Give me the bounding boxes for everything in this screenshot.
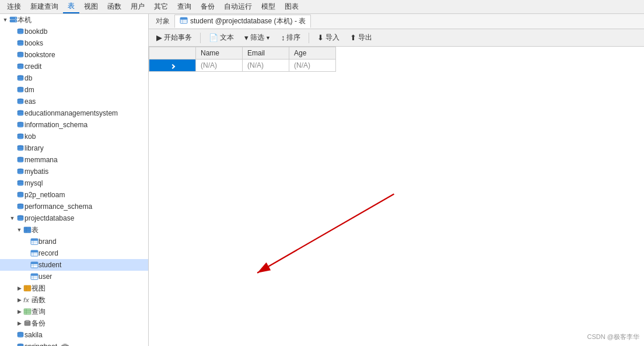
expand-icon bbox=[23, 274, 29, 279]
menu-function[interactable]: 函数 bbox=[103, 1, 126, 13]
expand-icon bbox=[23, 239, 29, 244]
tab-table-icon bbox=[180, 17, 188, 26]
sidebar-table-user[interactable]: user bbox=[0, 271, 148, 282]
text-button[interactable]: 📄 文本 bbox=[205, 31, 238, 44]
sidebar-queries-group[interactable]: ▶ 查询 bbox=[0, 306, 148, 317]
svg-rect-55 bbox=[24, 227, 31, 233]
import-button[interactable]: ⬇ 导入 bbox=[313, 31, 344, 44]
sidebar-item-infoschema[interactable]: information_schema bbox=[0, 119, 148, 131]
svg-rect-65 bbox=[31, 250, 38, 253]
svg-point-51 bbox=[18, 207, 23, 209]
sidebar-item-db[interactable]: db bbox=[0, 72, 148, 84]
db-name: books bbox=[24, 39, 43, 47]
table-name: user bbox=[38, 272, 52, 281]
svg-rect-70 bbox=[31, 262, 38, 264]
sort-button[interactable]: ↕ 排序 bbox=[277, 31, 305, 44]
svg-rect-79 bbox=[24, 285, 31, 291]
sidebar-item-credit[interactable]: credit bbox=[0, 61, 148, 72]
db-icon bbox=[16, 51, 24, 58]
start-transaction-button[interactable]: ▶ 开始事务 bbox=[152, 31, 196, 44]
backup-icon bbox=[23, 320, 32, 327]
start-transaction-label: 开始事务 bbox=[164, 33, 192, 43]
sidebar-backup-group[interactable]: ▶ 备份 bbox=[0, 317, 148, 329]
db-name: dm bbox=[24, 86, 34, 94]
sidebar-item-perfschema[interactable]: performance_schema bbox=[0, 201, 148, 212]
sidebar-item-eas[interactable]: eas bbox=[0, 96, 148, 107]
sidebar-item-books[interactable]: books bbox=[0, 37, 148, 49]
menu-autorun[interactable]: 自动运行 bbox=[219, 1, 257, 13]
sidebar-item-springboot[interactable]: springboot_db bbox=[0, 341, 148, 346]
sidebar-item-bookdb[interactable]: bookdb bbox=[0, 26, 148, 37]
sidebar-root[interactable]: ▼ 本机 bbox=[0, 14, 148, 26]
sidebar-item-bookstore[interactable]: bookstore bbox=[0, 49, 148, 61]
sidebar: ▼ 本机 bookdb bbox=[0, 14, 149, 346]
menu-backup[interactable]: 备份 bbox=[196, 1, 219, 13]
sidebar-item-dm[interactable]: dm bbox=[0, 84, 148, 96]
sidebar-views-group[interactable]: ▶ 视图 bbox=[0, 282, 148, 294]
db-name: projectdatabase bbox=[24, 214, 74, 222]
expand-icon bbox=[9, 332, 15, 338]
menu-view[interactable]: 视图 bbox=[79, 1, 103, 13]
menu-connect[interactable]: 连接 bbox=[2, 1, 26, 13]
col-header-email[interactable]: Email bbox=[243, 47, 289, 60]
data-table: Name Email Age (N/A) (N/A) (N/A) bbox=[149, 47, 336, 72]
svg-point-15 bbox=[18, 67, 23, 69]
expand-icon bbox=[9, 344, 15, 346]
expand-icon bbox=[9, 134, 15, 139]
menu-new-query[interactable]: 新建查询 bbox=[26, 1, 63, 13]
export-button[interactable]: ⬆ 导出 bbox=[346, 31, 376, 44]
table-name: student bbox=[38, 261, 61, 269]
sidebar-table-student[interactable]: student bbox=[0, 259, 148, 271]
sidebar-table-record[interactable]: record bbox=[0, 247, 148, 259]
svg-point-54 bbox=[18, 219, 23, 221]
tab-student[interactable]: student @projectdatabase (本机) - 表 bbox=[174, 15, 311, 28]
menu-model[interactable]: 模型 bbox=[257, 1, 280, 13]
db-name: library bbox=[24, 144, 44, 152]
cell-age[interactable]: (N/A) bbox=[289, 60, 336, 72]
tab-objects[interactable]: 对象 bbox=[151, 15, 174, 27]
cell-name[interactable]: (N/A) bbox=[196, 60, 243, 72]
main-container: ▼ 本机 bookdb bbox=[0, 14, 644, 346]
table-row: (N/A) (N/A) (N/A) bbox=[149, 60, 336, 72]
sidebar-item-library[interactable]: library bbox=[0, 142, 148, 154]
db-name: bookstore bbox=[24, 51, 55, 59]
db-name: credit bbox=[24, 62, 41, 71]
sidebar-item-ems[interactable]: educationmanagementsystem bbox=[0, 107, 148, 119]
menu-other[interactable]: 其它 bbox=[149, 1, 173, 13]
sidebar-item-mybatis[interactable]: mybatis bbox=[0, 166, 148, 177]
toolbar: ▶ 开始事务 📄 文本 ▾ 筛选 ▼ ↕ 排序 ⬇ 导入 bbox=[149, 29, 644, 47]
cell-email[interactable]: (N/A) bbox=[243, 60, 289, 72]
col-header-name[interactable]: Name bbox=[196, 47, 243, 60]
text-label: 文本 bbox=[220, 33, 234, 43]
import-icon: ⬇ bbox=[317, 33, 324, 42]
menu-table[interactable]: 表 bbox=[63, 0, 79, 13]
sidebar-item-mysql[interactable]: mysql bbox=[0, 177, 148, 189]
sidebar-item-sakila[interactable]: sakila bbox=[0, 329, 148, 341]
menu-query[interactable]: 查询 bbox=[173, 1, 196, 13]
filter-button[interactable]: ▾ 筛选 ▼ bbox=[240, 31, 275, 44]
sort-icon: ↕ bbox=[281, 33, 285, 42]
sidebar-functions-group[interactable]: ▶ fx 函数 bbox=[0, 294, 148, 306]
table-area: Name Email Age (N/A) (N/A) (N/A) bbox=[149, 47, 644, 346]
col-header-age[interactable]: Age bbox=[289, 47, 336, 60]
export-label: 导出 bbox=[358, 33, 372, 43]
svg-point-18 bbox=[18, 79, 23, 81]
annotation-arrow bbox=[149, 47, 644, 346]
watermark: CSDN @极客李华 bbox=[587, 333, 639, 341]
sidebar-table-brand[interactable]: brand bbox=[0, 236, 148, 247]
expand-icon bbox=[9, 99, 15, 104]
svg-rect-96 bbox=[180, 18, 187, 20]
sidebar-item-projectdb[interactable]: ▼ projectdatabase bbox=[0, 212, 148, 224]
db-name: mybatis bbox=[24, 167, 48, 176]
svg-rect-88 bbox=[26, 320, 29, 322]
db-name: eas bbox=[24, 97, 36, 106]
db-icon bbox=[16, 28, 24, 35]
sidebar-item-kob[interactable]: kob bbox=[0, 131, 148, 142]
menu-chart[interactable]: 图表 bbox=[280, 1, 303, 13]
db-name: information_schema bbox=[24, 121, 88, 129]
sidebar-item-p2p[interactable]: p2p_netloam bbox=[0, 189, 148, 201]
expand-icon bbox=[9, 145, 15, 151]
sidebar-item-memmana[interactable]: memmana bbox=[0, 154, 148, 166]
sidebar-tables-group[interactable]: ▼ 表 bbox=[0, 224, 148, 236]
menu-user[interactable]: 用户 bbox=[126, 1, 149, 13]
